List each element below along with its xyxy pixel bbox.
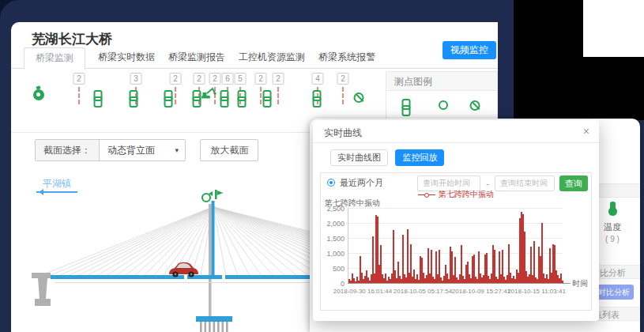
car	[169, 262, 198, 277]
sensor-count-badge: 2	[255, 73, 267, 85]
last-two-months-radio[interactable]	[327, 179, 335, 187]
section-selector-row: 截面选择： 动态背立面 ▾ 放大截面	[35, 139, 258, 161]
sensor-dashed-line	[175, 87, 176, 104]
sensor-count-badge: 5	[235, 73, 247, 85]
page-title: 芜湖长江大桥	[32, 30, 112, 48]
modal-title: 实时曲线	[313, 127, 362, 138]
pylon-sensor-icons	[202, 190, 224, 202]
y-tick-label: 0	[321, 280, 345, 288]
sensor-count-badge: 2	[194, 73, 205, 85]
background-window-corner	[583, 0, 644, 57]
chain-sensor-icon[interactable]	[192, 90, 201, 104]
chart-container: 最近两个月 查询开始时间 - 查询结束时间 查询 第七跨跨中振动 第七跨跨中振动…	[320, 172, 592, 311]
tab-bar: 桥梁监测桥梁实时数据桥梁监测报告工控机资源监测桥梁系统报警 视频监控	[11, 47, 498, 69]
legend-series-label: 第七跨跨中振动	[439, 190, 494, 198]
abutment	[32, 273, 51, 306]
x-tick-label: 2018-10-09 15:27:41	[452, 288, 510, 295]
wind-sensor-icon[interactable]	[33, 89, 44, 100]
sensor-dashed-line	[277, 87, 279, 104]
chart-plot-area	[348, 208, 563, 283]
realtime-curve-modal: 实时曲线 × 实时曲线图 监控回放 最近两个月 查询开始时间 - 查询结束时间 …	[313, 120, 599, 321]
x-tick-label: 2018-10-15 11:03:41	[507, 288, 566, 295]
chain-sensor-icon[interactable]	[262, 90, 271, 104]
realtime-chart-tab[interactable]: 实时曲线图	[330, 149, 388, 166]
x-axis-line	[348, 283, 571, 284]
chain-sensor-icon[interactable]	[129, 90, 137, 104]
playback-tab[interactable]: 监控回放	[395, 149, 444, 166]
x-tick-label: 2018-09-30 16:01:44	[333, 288, 392, 295]
chain-sensor-icon[interactable]	[237, 90, 246, 104]
chain-sensor-icon[interactable]	[220, 90, 228, 104]
no-entry-icon[interactable]	[470, 100, 480, 111]
chevron-down-icon: ▾	[175, 140, 179, 160]
ring-sensor-icon[interactable]	[439, 100, 448, 110]
chain-sensor-icon[interactable]	[93, 90, 102, 104]
sensor-count-badge: 2	[170, 73, 182, 85]
sensor-dashed-line	[78, 87, 80, 104]
tab-1[interactable]: 桥梁实时数据	[87, 47, 166, 69]
y-tick-label: 2,000	[321, 220, 345, 228]
tab-4[interactable]: 桥梁系统报警	[307, 47, 386, 69]
tab-0[interactable]: 桥梁监测	[24, 47, 85, 70]
sensor-count-badge: 2	[337, 73, 349, 85]
section-select-dropdown[interactable]: 动态背立面 ▾	[100, 140, 185, 160]
modal-mode-buttons: 实时曲线图 监控回放	[330, 149, 444, 166]
x-tick-label: 2018-10-05 05:17:54	[394, 288, 452, 295]
sensor-count-badge: 4	[312, 73, 324, 85]
sensor-count-badge: 3	[130, 73, 142, 85]
y-tick-label: 2,500	[321, 205, 345, 213]
screen: 芜湖长江大桥 桥梁监测桥梁实时数据桥梁监测报告工控机资源监测桥梁系统报警 视频监…	[0, 0, 644, 332]
sensor-count-badge: 2	[273, 73, 284, 85]
section-select-value: 动态背立面	[107, 145, 155, 156]
enlarge-section-button[interactable]: 放大截面	[200, 139, 258, 161]
section-select-label: 截面选择：	[36, 140, 100, 160]
tab-3[interactable]: 工控机资源监测	[228, 47, 316, 69]
sensor-count-badge: 2	[73, 73, 85, 85]
video-monitor-button[interactable]: 视频监控	[443, 41, 496, 59]
direction-label: 平湖镇	[43, 177, 71, 191]
modal-header: 实时曲线 ×	[313, 120, 599, 143]
close-icon[interactable]: ×	[583, 120, 589, 143]
y-tick-label: 1,000	[321, 250, 345, 258]
y-tick-label: 500	[321, 265, 345, 273]
legend-panel-title: 测点图例	[386, 72, 497, 91]
sensor-dashed-line	[342, 87, 344, 104]
x-axis-name: 时间	[572, 278, 588, 289]
chart-bars	[348, 208, 563, 283]
y-tick-label: 1,500	[321, 235, 345, 243]
sensor-count-badge: 6	[222, 73, 234, 85]
disabled-sensor-icon[interactable]	[354, 92, 364, 103]
crane-sensor-icon[interactable]	[201, 87, 217, 103]
thermometer-icon	[610, 202, 616, 212]
legend-line-marker-icon	[418, 193, 435, 197]
legend-panel-icons	[386, 91, 497, 123]
tab-2[interactable]: 桥梁监测报告	[157, 47, 236, 69]
compare-analysis-button[interactable]: 对比分析	[594, 285, 634, 300]
chain-sensor-icon[interactable]	[164, 90, 172, 104]
sensor-count-badge: 2	[209, 73, 221, 85]
last-two-months-label: 最近两个月	[340, 177, 383, 189]
chain-sensor-icon[interactable]	[312, 90, 321, 104]
chain-sensor-icon[interactable]	[401, 99, 410, 113]
